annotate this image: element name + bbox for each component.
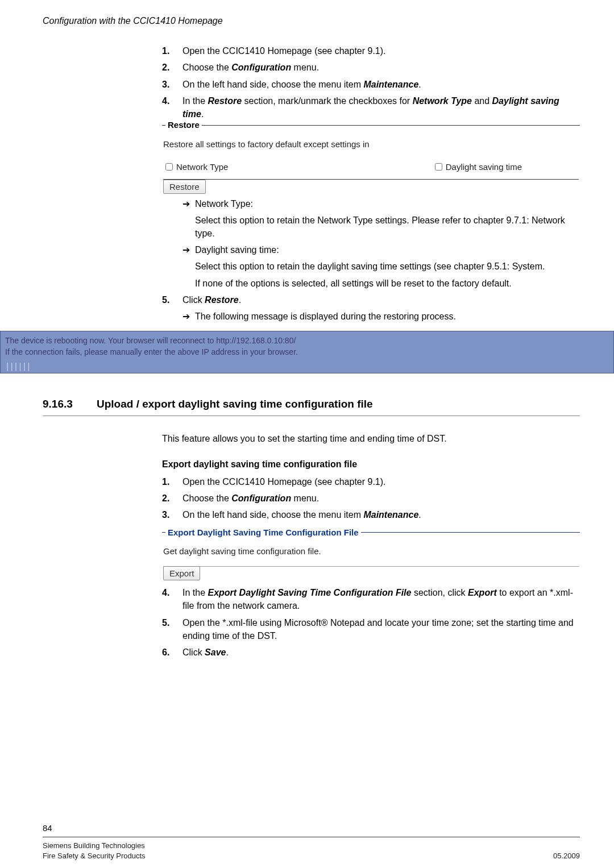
end-step-5: 5. Open the *.xml-file using Microsoft® … xyxy=(162,616,580,642)
section-rule xyxy=(43,416,580,416)
running-header: Configuration with the CCIC1410 Homepage xyxy=(43,14,580,27)
export-legend: Export Daylight Saving Time Configuratio… xyxy=(165,526,361,539)
bullet-network-type: Network Type: xyxy=(182,197,580,210)
section-number: 9.16.3 xyxy=(43,396,97,412)
page-number: 84 xyxy=(43,822,580,834)
step-text: Choose the Configuration menu. xyxy=(182,492,580,505)
step-num: 2. xyxy=(162,492,182,505)
step-num: 4. xyxy=(162,94,182,121)
section-title: Upload / export daylight saving time con… xyxy=(97,396,373,412)
step-num: 5. xyxy=(162,293,182,306)
daylight-saving-checkbox-input[interactable] xyxy=(435,163,442,171)
step-num: 5. xyxy=(162,616,182,642)
banner-line-2: If the connection fails, please manually… xyxy=(5,346,609,358)
export-description: Get daylight saving time configuration f… xyxy=(163,545,579,558)
bullet-daylight-desc2: If none of the options is selected, all … xyxy=(195,277,580,290)
step-text: Open the *.xml-file using Microsoft® Not… xyxy=(182,616,580,642)
export-fieldset: Export Daylight Saving Time Configuratio… xyxy=(162,532,580,581)
step-text: Choose the Configuration menu. xyxy=(182,61,580,74)
step-5: 5. Click Restore. xyxy=(162,293,580,306)
step-text: In the Export Daylight Saving Time Confi… xyxy=(182,586,580,612)
step-5-result: The following message is displayed durin… xyxy=(182,310,580,323)
step-num: 6. xyxy=(162,646,182,659)
step-num: 1. xyxy=(162,44,182,57)
daylight-saving-checkbox[interactable]: Daylight saving time xyxy=(433,161,522,173)
footer-line-2: Fire Safety & Security Products xyxy=(43,851,146,861)
step-num: 2. xyxy=(162,61,182,74)
end-step-4: 4. In the Export Daylight Saving Time Co… xyxy=(162,586,580,612)
step-text: On the left hand side, choose the menu i… xyxy=(182,78,580,91)
step-1: 1. Open the CCIC1410 Homepage (see chapt… xyxy=(162,44,580,57)
step-text: Click Save. xyxy=(182,646,580,659)
mid-step-2: 2. Choose the Configuration menu. xyxy=(162,492,580,505)
step-text: On the left hand side, choose the menu i… xyxy=(182,508,580,521)
footer-line-1: Siemens Building Technologies xyxy=(43,841,146,851)
section-intro: This feature allows you to set the start… xyxy=(162,432,580,445)
step-num: 1. xyxy=(162,475,182,488)
export-subheading: Export daylight saving time configuratio… xyxy=(162,458,580,471)
step-text: In the Restore section, mark/unmark the … xyxy=(182,94,580,121)
step-4: 4. In the Restore section, mark/unmark t… xyxy=(162,94,580,121)
step-num: 3. xyxy=(162,78,182,91)
step-text: Open the CCIC1410 Homepage (see chapter … xyxy=(182,475,580,488)
footer-date: 05.2009 xyxy=(553,851,580,861)
bullet-network-type-desc: Select this option to retain the Network… xyxy=(195,214,580,240)
end-step-6: 6. Click Save. xyxy=(162,646,580,659)
network-type-checkbox[interactable]: Network Type xyxy=(163,161,228,173)
banner-progress: |||||| xyxy=(5,360,609,372)
step-2: 2. Choose the Configuration menu. xyxy=(162,61,580,74)
mid-step-1: 1. Open the CCIC1410 Homepage (see chapt… xyxy=(162,475,580,488)
network-type-checkbox-input[interactable] xyxy=(165,163,173,171)
bullet-daylight: Daylight saving time: xyxy=(182,243,580,256)
step-text: Click Restore. xyxy=(182,293,580,306)
page-footer: 84 Siemens Building Technologies Fire Sa… xyxy=(43,822,580,861)
mid-step-3: 3. On the left hand side, choose the men… xyxy=(162,508,580,521)
reboot-banner: The device is rebooting now. Your browse… xyxy=(0,331,614,373)
restore-fieldset: Restore Restore all settings to factory … xyxy=(162,125,580,194)
step-num: 4. xyxy=(162,586,182,612)
restore-description: Restore all settings to factory default … xyxy=(163,138,579,151)
bullet-daylight-desc: Select this option to retain the dayligh… xyxy=(195,260,580,273)
export-button[interactable]: Export xyxy=(163,566,200,580)
restore-legend: Restore xyxy=(165,119,202,131)
step-num: 3. xyxy=(162,508,182,521)
step-text: Open the CCIC1410 Homepage (see chapter … xyxy=(182,44,580,57)
banner-line-1: The device is rebooting now. Your browse… xyxy=(5,335,609,346)
step-3: 3. On the left hand side, choose the men… xyxy=(162,78,580,91)
restore-button[interactable]: Restore xyxy=(163,180,206,194)
